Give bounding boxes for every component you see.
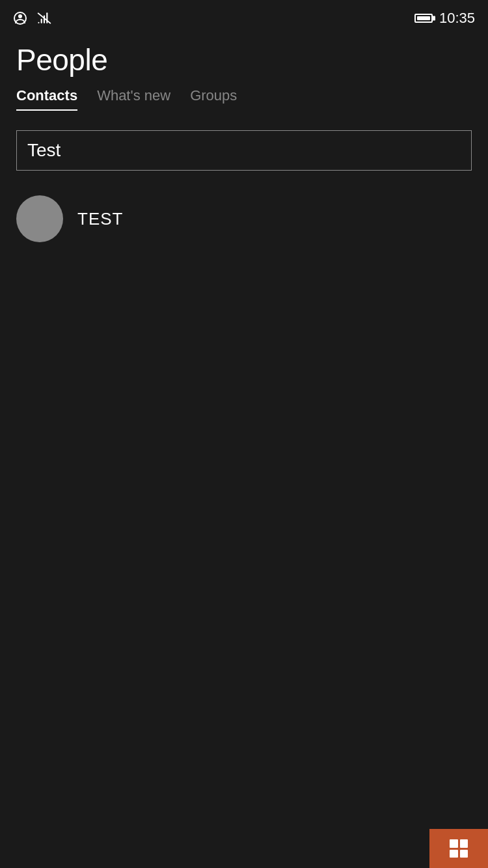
avatar xyxy=(16,195,63,242)
watermark xyxy=(429,829,488,868)
signal-icon xyxy=(36,11,52,25)
tab-contacts[interactable]: Contacts xyxy=(16,87,77,111)
tab-whats-new[interactable]: What's new xyxy=(97,87,170,111)
watermark-grid xyxy=(450,839,468,858)
watermark-cell xyxy=(450,850,458,858)
clock: 10:35 xyxy=(439,10,475,27)
battery-icon xyxy=(414,14,433,23)
contact-list: TEST xyxy=(0,184,488,254)
status-right: 10:35 xyxy=(414,10,475,27)
contact-name: TEST xyxy=(77,209,123,229)
status-bar: 10:35 xyxy=(0,0,488,36)
watermark-cell xyxy=(450,839,458,848)
tab-groups[interactable]: Groups xyxy=(190,87,237,111)
search-input[interactable] xyxy=(16,130,472,171)
person-icon xyxy=(13,11,27,25)
contact-item[interactable]: TEST xyxy=(16,190,472,247)
page-title: People xyxy=(0,36,488,81)
tab-bar: Contacts What's new Groups xyxy=(0,81,488,111)
search-container xyxy=(0,130,488,171)
watermark-cell xyxy=(460,839,468,848)
svg-point-1 xyxy=(18,14,22,18)
status-icons-left xyxy=(13,11,52,25)
watermark-cell xyxy=(460,850,468,858)
